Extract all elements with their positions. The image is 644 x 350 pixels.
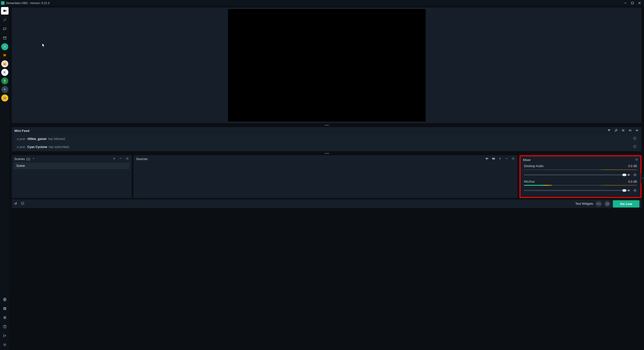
rail-columns-icon[interactable] <box>1 314 9 321</box>
rail-settings-icon[interactable] <box>1 341 9 348</box>
mini-feed-event-action: has followed <box>48 137 633 141</box>
preview-canvas[interactable] <box>228 9 426 122</box>
svg-point-14 <box>127 158 128 159</box>
svg-rect-13 <box>623 129 624 131</box>
rail-app-m[interactable]: M <box>1 52 8 59</box>
rail-chat-tab[interactable] <box>1 25 9 33</box>
mini-feed-music-icon[interactable] <box>614 129 618 133</box>
svg-point-17 <box>634 174 635 175</box>
mini-feed-title: Mini Feed <box>14 129 607 133</box>
panels-resize-handle[interactable] <box>9 151 644 155</box>
sources-remove-icon[interactable] <box>505 157 508 161</box>
window-minimize-button[interactable] <box>622 1 629 6</box>
main-area: Mini Feed a year r00kie_gamer has follow… <box>9 6 644 350</box>
right-panel-expand-button[interactable] <box>641 173 644 183</box>
mini-feed-event-user: r00kie_gamer <box>27 137 47 141</box>
window-maximize-button[interactable] <box>629 1 636 6</box>
mini-feed-event-action: has subscribed <box>49 145 633 149</box>
mini-feed-event: a year r00kie_gamer has followed <box>14 135 639 142</box>
window-close-button[interactable] <box>636 1 643 6</box>
scene-item[interactable]: Scene <box>14 163 130 169</box>
rail-store-tab[interactable] <box>1 34 9 42</box>
scenes-panel: Scenes (1) Scene <box>12 155 132 198</box>
mixer-channel-volume-slider[interactable] <box>524 190 625 191</box>
rail-app-k[interactable]: K <box>1 69 8 76</box>
svg-rect-4 <box>3 309 5 310</box>
rail-app-puzzle[interactable]: ✦ <box>1 86 8 93</box>
rail-app-cat[interactable]: 🐱 <box>1 60 8 67</box>
statusbar-stats-icon[interactable] <box>14 202 17 206</box>
rail-globe-icon[interactable] <box>1 296 9 303</box>
go-live-button[interactable]: Go Live <box>613 200 639 208</box>
mini-feed-filter-icon[interactable] <box>607 129 611 133</box>
preview-area[interactable] <box>13 9 640 122</box>
mixer-channel-speaker-icon[interactable] <box>627 188 631 192</box>
mini-feed-event: a year Cyan Cyclone has subscribed <box>14 143 639 151</box>
mixer-channel-volume-slider[interactable] <box>524 174 625 175</box>
app-icon <box>1 1 5 5</box>
mini-feed-event-user: Cyan Cyclone <box>27 145 47 149</box>
scenes-dropdown-caret-icon[interactable] <box>32 157 35 161</box>
preview-resize-handle[interactable] <box>9 123 644 127</box>
mixer-channel-settings-icon[interactable] <box>633 173 637 177</box>
mixer-channel-settings-icon[interactable] <box>633 188 637 192</box>
svg-rect-21 <box>16 202 17 204</box>
mixer-channel: Mic/Aux 0.0 dB <box>522 179 638 194</box>
record-label: REC <box>596 203 601 205</box>
mixer-settings-icon[interactable] <box>635 158 638 162</box>
mixer-channel-scale <box>524 186 637 187</box>
mixer-channel-scale <box>524 171 637 171</box>
mini-feed-event-time: a year <box>17 137 25 141</box>
test-widgets-link[interactable]: Test Widgets <box>575 202 593 206</box>
status-bar: Test Widgets REC Go Live <box>12 199 641 208</box>
svg-rect-19 <box>14 203 15 205</box>
sources-add-icon[interactable] <box>498 157 502 161</box>
scenes-remove-icon[interactable] <box>119 157 123 161</box>
go-live-label: Go Live <box>620 202 632 206</box>
svg-rect-3 <box>5 307 6 309</box>
preview-container <box>12 8 641 123</box>
rail-help-icon[interactable] <box>1 323 9 330</box>
svg-rect-5 <box>5 309 6 310</box>
rail-editor-tab[interactable] <box>1 7 9 15</box>
replay-buffer-button[interactable] <box>604 201 610 207</box>
svg-rect-7 <box>5 316 5 319</box>
svg-point-16 <box>636 159 637 160</box>
window-title: Streamlabs OBS - Version: 0.22.3 <box>6 2 622 5</box>
rail-app-leaf[interactable]: 🍃 <box>1 77 8 84</box>
sources-settings-icon[interactable] <box>511 157 515 161</box>
svg-rect-6 <box>4 316 4 319</box>
svg-rect-8 <box>5 316 6 319</box>
mini-feed-replay-icon[interactable] <box>633 137 636 141</box>
mini-feed-skip-icon[interactable] <box>628 129 632 133</box>
svg-point-15 <box>513 158 514 159</box>
svg-rect-0 <box>631 2 633 4</box>
window-titlebar: Streamlabs OBS - Version: 0.22.3 <box>0 0 644 6</box>
svg-rect-12 <box>622 129 623 131</box>
mixer-channel-speaker-icon[interactable] <box>627 173 631 177</box>
svg-point-10 <box>5 327 5 328</box>
rail-grid-icon[interactable] <box>1 305 9 312</box>
mixer-channel-db: 0.0 dB <box>628 180 637 183</box>
mini-feed-pause-icon[interactable] <box>621 129 625 133</box>
rail-logout-icon[interactable] <box>1 332 9 339</box>
mixer-panel: Mixer Desktop Audio 0.0 dB <box>519 155 641 198</box>
scene-item-label: Scene <box>16 164 25 168</box>
statusbar-info-icon[interactable] <box>21 202 24 206</box>
scenes-add-icon[interactable] <box>112 157 116 161</box>
rail-themes-tab[interactable] <box>1 16 9 24</box>
sources-webcam-icon[interactable] <box>485 157 489 161</box>
rail-app-monster[interactable]: 👾 <box>1 94 8 102</box>
record-button[interactable]: REC <box>596 201 602 207</box>
scenes-settings-icon[interactable] <box>126 157 129 161</box>
svg-point-18 <box>634 190 635 191</box>
scenes-count: (1) <box>26 157 30 161</box>
sources-panel: Sources <box>134 155 517 198</box>
rail-app-streamlabs[interactable] <box>1 43 8 50</box>
mixer-channel-name: Desktop Audio <box>524 164 543 168</box>
mini-feed-panel: Mini Feed a year r00kie_gamer has follow… <box>12 127 641 151</box>
mini-feed-volume-icon[interactable] <box>635 129 639 133</box>
sources-folder-icon[interactable] <box>492 157 495 161</box>
mini-feed-replay-icon[interactable] <box>633 145 636 149</box>
sources-title: Sources <box>136 157 148 161</box>
